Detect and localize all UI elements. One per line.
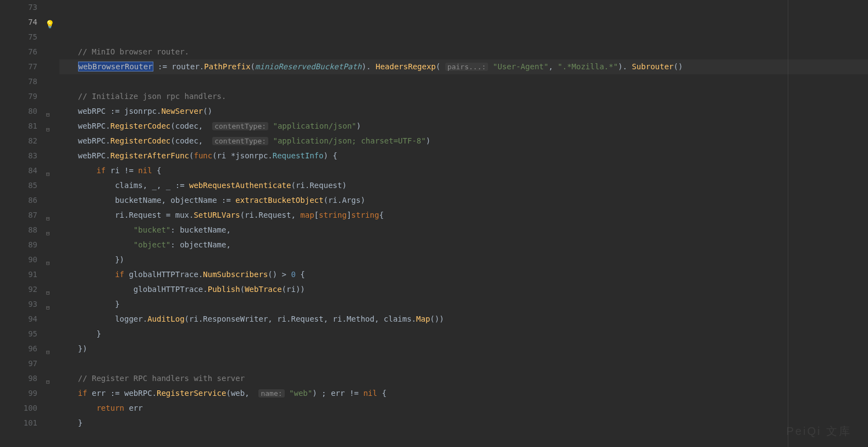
code-line[interactable]: }) [59, 252, 868, 267]
line-number: 93 [0, 297, 37, 312]
token: NewServer [161, 107, 203, 115]
line-number: 84 [0, 163, 37, 178]
line-number: 79 [0, 89, 37, 104]
token: Subrouter [632, 62, 673, 71]
token: "User-Agent" [493, 62, 549, 71]
token: if [96, 166, 106, 175]
token: // Register RPC handlers with server [78, 374, 245, 383]
line-number: 81 [0, 119, 37, 134]
code-line[interactable]: globalHTTPTrace.Publish(WebTrace(ri)) [59, 282, 868, 297]
code-line[interactable]: webRPC.RegisterCodec(codec, contentType:… [59, 134, 868, 148]
token: webRequestAuthenticate [189, 181, 291, 190]
code-line[interactable]: "bucket": bucketName, [59, 223, 868, 238]
code-line[interactable]: // Initialize json rpc handlers. [59, 89, 868, 104]
token: RegisterAfterFunc [110, 151, 189, 160]
code-line[interactable]: bucketName, objectName := extractBucketO… [59, 193, 868, 208]
code-line[interactable]: webRPC := jsonrpc.NewServer() [59, 104, 868, 119]
code-line[interactable]: webBrowserRouter := router.PathPrefix(mi… [59, 59, 868, 74]
line-number: 89 [0, 238, 37, 252]
code-line[interactable]: claims, _, _ := webRequestAuthenticate(r… [59, 178, 868, 193]
fold-toggle-icon[interactable]: ⊟ [46, 226, 50, 241]
code-line[interactable]: }) [59, 341, 868, 356]
token: NumSubscribers [203, 270, 268, 279]
token: func [193, 151, 212, 160]
fold-toggle-icon[interactable]: ⊟ [46, 345, 50, 360]
token: RegisterCodec [110, 122, 171, 130]
token: contentType: [212, 122, 268, 130]
line-number: 73 [0, 0, 37, 15]
line-number: 90 [0, 252, 37, 267]
token: nil [363, 389, 377, 398]
code-editor[interactable]: 7374757677787980818283848586878889909192… [0, 0, 868, 447]
token: WebTrace [245, 285, 281, 294]
fold-toggle-icon[interactable]: ⊟ [46, 300, 50, 315]
line-number: 92 [0, 282, 37, 297]
code-line[interactable]: if ri != nil { [59, 163, 868, 178]
token: // MinIO browser router. [78, 47, 189, 56]
line-number: 97 [0, 356, 37, 371]
fold-toggle-icon[interactable]: ⊟ [46, 374, 50, 389]
token: Publish [208, 285, 240, 294]
token: // Initialize json rpc handlers. [78, 92, 226, 101]
code-line[interactable]: return err [59, 401, 868, 416]
code-line[interactable]: if globalHTTPTrace.NumSubscribers() > 0 … [59, 267, 868, 282]
code-line[interactable]: webRPC.RegisterCodec(codec, contentType:… [59, 119, 868, 134]
code-line[interactable] [59, 74, 868, 89]
token: minioReservedBucketPath [255, 62, 362, 71]
token: "bucket" [134, 225, 170, 234]
token: return [96, 404, 124, 412]
token: "object" [134, 240, 170, 249]
line-number: 82 [0, 134, 37, 148]
fold-toggle-icon[interactable]: ⊟ [46, 122, 50, 137]
token: pairs...: [445, 63, 488, 71]
token: RegisterService [157, 389, 226, 398]
token: ".*Mozilla.*" [558, 62, 618, 71]
code-line[interactable]: // MinIO browser router. [59, 45, 868, 59]
line-number: 83 [0, 148, 37, 163]
line-number: 94 [0, 312, 37, 327]
token: "application/json" [273, 122, 357, 130]
token: 0 [291, 270, 295, 279]
token: RequestInfo [273, 151, 324, 160]
fold-toggle-icon[interactable]: ⊟ [46, 211, 50, 226]
watermark-text: PeiQi 文库 [787, 424, 852, 439]
code-line[interactable]: } [59, 416, 868, 431]
token: SetURLVars [193, 211, 240, 219]
token: AuditLog [147, 314, 184, 323]
line-number: 96 [0, 341, 37, 356]
line-number: 88 [0, 223, 37, 238]
fold-toggle-icon[interactable]: ⊟ [46, 167, 50, 181]
token: Map [416, 314, 430, 323]
line-number: 99 [0, 386, 37, 401]
code-line[interactable]: ri.Request = mux.SetURLVars(ri.Request, … [59, 208, 868, 223]
code-area[interactable]: // MinIO browser router. webBrowserRoute… [59, 0, 868, 447]
line-number: 76 [0, 45, 37, 59]
code-line[interactable]: logger.AuditLog(ri.ResponseWriter, ri.Re… [59, 312, 868, 327]
line-number: 87 [0, 208, 37, 223]
token: RegisterCodec [110, 136, 171, 145]
token: extractBucketObject [235, 196, 323, 205]
code-line[interactable]: webRPC.RegisterAfterFunc(func(ri *jsonrp… [59, 148, 868, 163]
line-number: 91 [0, 267, 37, 282]
line-number: 95 [0, 327, 37, 341]
fold-toggle-icon[interactable]: ⊟ [46, 256, 50, 271]
token: contentType: [212, 137, 268, 145]
code-line[interactable]: // Register RPC handlers with server [59, 371, 868, 386]
code-line[interactable]: } [59, 297, 868, 312]
token: name: [258, 389, 284, 398]
fold-toggle-icon[interactable]: ⊟ [46, 107, 50, 122]
code-line[interactable]: "object": objectName, [59, 238, 868, 252]
code-line[interactable] [59, 356, 868, 371]
line-number: 86 [0, 193, 37, 208]
token: string [319, 211, 347, 219]
code-line[interactable] [59, 431, 868, 445]
code-line[interactable]: } [59, 327, 868, 341]
line-number: 98 [0, 371, 37, 386]
token: nil [138, 166, 152, 175]
line-number-gutter: 7374757677787980818283848586878889909192… [0, 0, 42, 447]
code-line[interactable]: if err := webRPC.RegisterService(web, na… [59, 386, 868, 401]
gutter-markers: 💡⊟⊟⊟⊟⊟⊟⊟⊟⊟⊟ [42, 0, 59, 447]
fold-toggle-icon[interactable]: ⊟ [46, 285, 50, 300]
selection[interactable]: webBrowserRouter [78, 62, 153, 71]
intention-bulb-icon[interactable]: 💡 [45, 17, 54, 32]
